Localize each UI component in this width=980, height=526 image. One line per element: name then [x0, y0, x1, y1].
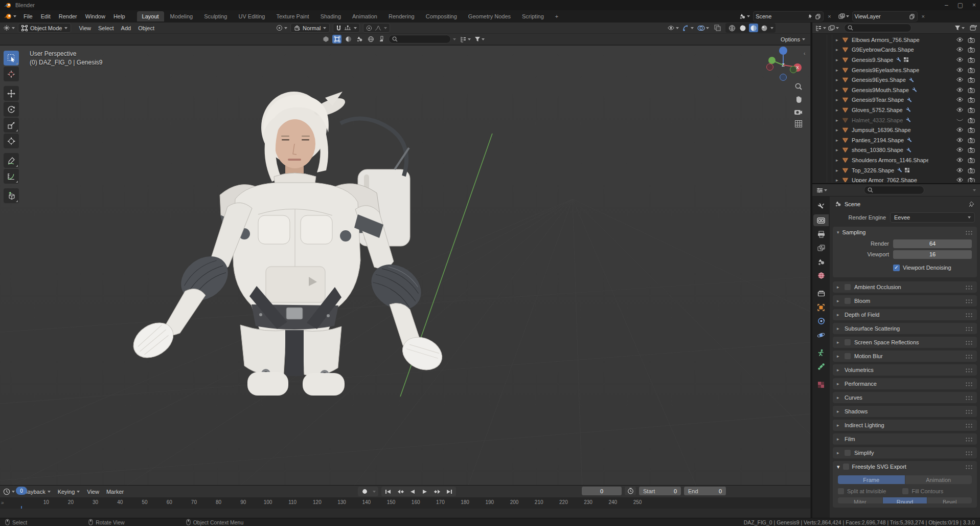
filter-material-icon[interactable] [344, 35, 353, 43]
expand-arrow-icon[interactable]: ▸ [836, 168, 842, 173]
properties-tab-view-layer[interactable] [813, 242, 829, 254]
hide-viewport-icon[interactable] [956, 147, 964, 153]
properties-tab-physics[interactable] [813, 329, 829, 341]
record-icon[interactable] [359, 487, 370, 496]
panel-drag-grip[interactable] [965, 465, 973, 469]
viewport-search-input[interactable] [389, 35, 451, 43]
properties-tab-render[interactable] [813, 214, 829, 226]
timeline-menu-keying[interactable]: Keying [54, 488, 84, 496]
panel-drag-grip[interactable] [965, 368, 973, 372]
expand-arrow-icon[interactable]: ▸ [836, 68, 842, 73]
disable-render-icon[interactable] [968, 157, 975, 163]
panel-shadows[interactable]: ▸Shadows [833, 406, 977, 417]
editor-type-icon[interactable] [3, 25, 15, 31]
disable-render-icon[interactable] [968, 87, 975, 93]
panel-drag-grip[interactable] [965, 396, 973, 400]
shading-material-icon[interactable] [749, 24, 758, 32]
expand-arrow-icon[interactable]: ▸ [836, 97, 842, 102]
viewlayer-remove-icon[interactable]: × [921, 13, 926, 19]
tab-uv-editing[interactable]: UV Editing [233, 11, 270, 21]
properties-search-input[interactable] [864, 186, 924, 194]
panel-checkbox[interactable] [845, 284, 851, 290]
panel-screen-space-reflections[interactable]: ▸Screen Space Reflections [833, 337, 977, 348]
filter-funnel-dropdown[interactable] [474, 36, 485, 42]
linejoin-bevel-button[interactable]: Bevel [927, 497, 972, 503]
shading-solid-icon[interactable] [738, 24, 747, 32]
panel-dr​ag-grip[interactable] [965, 230, 973, 235]
snap-controls[interactable] [333, 23, 360, 33]
tab-scripting[interactable]: Scripting [517, 11, 549, 21]
tool-add-cube[interactable] [4, 188, 19, 203]
tool-measure[interactable] [4, 169, 19, 184]
xray-toggle[interactable] [713, 24, 722, 32]
tab-geometry-nodes[interactable]: Geometry Nodes [463, 11, 516, 21]
disable-render-icon[interactable] [968, 107, 975, 113]
expand-arrow-icon[interactable]: ▸ [836, 107, 842, 113]
hide-viewport-icon-closed[interactable] [956, 117, 964, 123]
filter-world-icon[interactable] [366, 35, 375, 43]
panel-drag-grip[interactable] [965, 313, 973, 317]
panel-subsurface-scattering[interactable]: ▸Subsurface Scattering [833, 323, 977, 334]
sampling-render-field[interactable]: 64 [893, 239, 972, 248]
expand-arrow-icon[interactable]: ▸ [836, 77, 842, 82]
panel-motion-blur[interactable]: ▸Motion Blur [833, 350, 977, 362]
outliner-row-genesis9mouth-shape[interactable]: ▸Genesis9Mouth.Shape [812, 85, 980, 95]
proportional-editing-controls[interactable] [363, 23, 390, 33]
properties-tab-collection[interactable] [813, 288, 829, 299]
freestyle-frame-button[interactable]: Frame [838, 475, 905, 484]
tool-rotate[interactable] [4, 102, 19, 117]
properties-editor-type-icon[interactable] [816, 187, 827, 193]
disable-render-icon[interactable] [968, 57, 975, 63]
hide-viewport-icon[interactable] [956, 97, 964, 103]
disable-render-icon[interactable] [968, 177, 975, 182]
disable-render-icon[interactable] [968, 37, 975, 43]
tab-item[interactable]: + [550, 11, 563, 21]
keying-set-chevron[interactable] [371, 487, 377, 496]
panel-drag-grip[interactable] [965, 354, 973, 359]
properties-tab-armature-data[interactable] [813, 347, 829, 359]
tab-shading[interactable]: Shading [315, 11, 346, 21]
viewport-menu-object[interactable]: Object [134, 24, 158, 32]
next-keyframe-icon[interactable] [431, 487, 443, 496]
current-frame-field[interactable]: 0 [582, 487, 622, 495]
camera-view-icon[interactable] [794, 108, 803, 115]
properties-tab-scene[interactable] [813, 256, 829, 268]
panel-checkbox[interactable] [845, 339, 851, 345]
hide-viewport-icon[interactable] [956, 157, 964, 163]
hide-viewport-icon[interactable] [956, 107, 964, 113]
viewport-menu-select[interactable]: Select [95, 24, 118, 32]
disable-render-icon[interactable] [968, 147, 975, 153]
pin-icon[interactable] [969, 201, 975, 207]
sampling-panel-header[interactable]: ▾ Sampling [833, 227, 977, 238]
expand-arrow-icon[interactable]: ▸ [836, 147, 842, 152]
tool-scale[interactable] [4, 118, 19, 133]
viewport-canvas[interactable]: Z X User Perspective (0) DAZ_FIG_0 | Gen… [0, 46, 810, 508]
outliner-search-input[interactable] [844, 24, 911, 32]
viewport-menu-view[interactable]: View [75, 24, 95, 32]
play-reverse-icon[interactable] [407, 487, 418, 496]
object-type-visibility[interactable] [667, 25, 679, 31]
freestyle-panel-header[interactable]: ▾ Freestyle SVG Export [833, 461, 977, 472]
timeline-expand-icon[interactable]: » [1, 500, 4, 506]
shading-rendered-icon[interactable] [760, 24, 769, 32]
outliner-filter-dropdown[interactable] [954, 25, 965, 31]
show-overlays-toggle[interactable] [697, 25, 709, 31]
timeline-menu-view[interactable]: View [83, 488, 103, 496]
outliner-row-g9eyebrowcards-shape[interactable]: ▸G9EyebrowCards.Shape [812, 45, 980, 55]
outliner-row-shoulders-armors-1146-shape[interactable]: ▸Shoulders Armors_1146.Shape [812, 155, 980, 165]
properties-tab-output[interactable] [813, 228, 829, 240]
ortho-grid-icon[interactable] [794, 120, 803, 128]
outliner-row-genesis9eyelashes-shape[interactable]: ▸Genesis9Eyelashes.Shape [812, 65, 980, 75]
panel-ambient-occlusion[interactable]: ▸Ambient Occlusion [833, 281, 977, 293]
disable-render-icon[interactable] [968, 67, 975, 73]
outliner-row-genesis9tear-shape[interactable]: ▸Genesis9Tear.Shape [812, 95, 980, 105]
timeline-track-area[interactable] [0, 509, 810, 518]
panel-drag-grip[interactable] [965, 299, 973, 303]
panel-indirect-lighting[interactable]: ▸Indirect Lighting [833, 420, 977, 431]
viewlayer-datablock-icon[interactable] [838, 13, 849, 19]
frame-end-field[interactable]: End0 [684, 487, 726, 495]
panel-checkbox[interactable] [845, 450, 851, 456]
outliner-row-jumpsuit-16396-shape[interactable]: ▸Jumpsuit_16396.Shape [812, 125, 980, 135]
expand-arrow-icon[interactable]: ▸ [836, 158, 842, 163]
linejoin-miter-button[interactable]: Miter [838, 497, 882, 503]
